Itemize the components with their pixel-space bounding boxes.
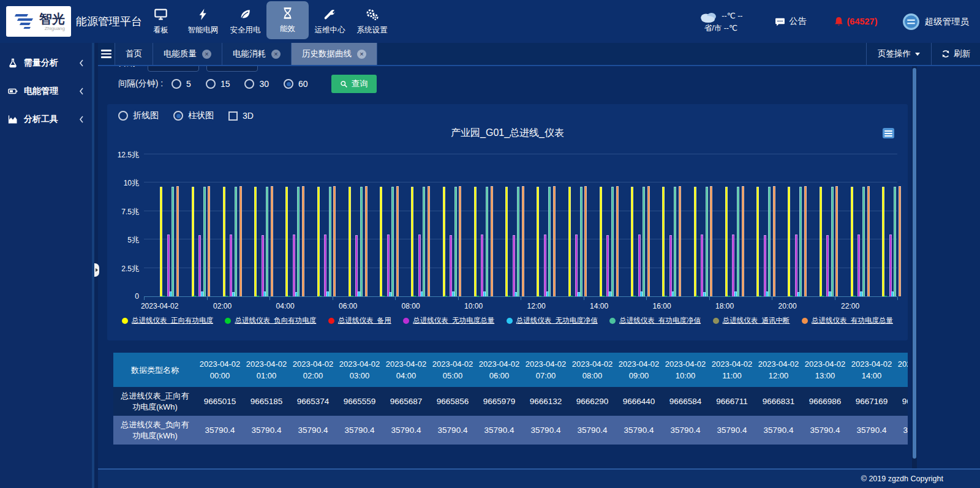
legend-item[interactable]: 总进线仪表_无功电度净值: [507, 316, 598, 325]
tab-label: 历史数据曲线: [302, 48, 352, 59]
close-icon[interactable]: ×: [357, 50, 366, 59]
axis-tick: [897, 297, 898, 300]
bar: [477, 296, 479, 296]
axis-tick: [709, 297, 710, 300]
nav-item-hourglass[interactable]: 能效: [266, 1, 309, 39]
radio-icon[interactable]: [284, 79, 293, 89]
user-menu[interactable]: 超级管理员: [902, 13, 970, 31]
table-cell: 9665979: [476, 387, 522, 416]
tab-3[interactable]: 历史数据曲线×: [292, 43, 377, 65]
alarm-button[interactable]: (64527): [834, 16, 878, 27]
axis-tick: [333, 297, 333, 300]
chart-mode-label: 折线图: [133, 110, 159, 121]
bar: [790, 296, 793, 296]
x-tick-label: 16:00: [653, 302, 671, 310]
radio-icon[interactable]: [172, 79, 181, 89]
bar: [351, 296, 353, 296]
nav-item-wrench[interactable]: 运维中心: [309, 0, 351, 43]
app-title: 能源管理平台: [76, 0, 142, 43]
tab-label: 首页: [126, 48, 142, 59]
gears-icon: [365, 8, 380, 21]
bar: [820, 187, 822, 296]
bar: [396, 186, 399, 296]
radio-icon[interactable]: [118, 111, 128, 121]
nav-item-gears[interactable]: 系统设置: [351, 0, 393, 43]
table-cell: 9665185: [243, 387, 290, 416]
axis-tick: [772, 297, 772, 300]
bar: [254, 187, 257, 296]
legend-item[interactable]: 总进线仪表_正向有功电度: [122, 316, 213, 325]
x-tick-label: 08:00: [402, 302, 420, 310]
table-cell: 9665856: [429, 387, 476, 416]
legend-item[interactable]: 总进线仪表_有功电度总量: [802, 316, 893, 325]
interval-label: 间隔(分钟) :: [118, 78, 163, 89]
radio-icon[interactable]: [244, 79, 254, 89]
copyright-text: © 2019 zgzdh Copyright: [861, 475, 943, 483]
interval-radio-15[interactable]: 15: [206, 79, 230, 89]
table-cell: 35790.4: [662, 416, 709, 445]
tab-2[interactable]: 电能消耗×: [222, 43, 292, 65]
bar: [297, 187, 300, 296]
start-date-input[interactable]: [148, 66, 199, 72]
chart-mode-折线图[interactable]: 折线图: [118, 110, 159, 121]
scrollbar-thumb[interactable]: [913, 68, 916, 459]
tab-0[interactable]: 首页: [115, 43, 153, 65]
nav-item-monitor[interactable]: 看板: [140, 0, 182, 43]
content-scrollbar[interactable]: [912, 66, 917, 468]
interval-radio-30[interactable]: 30: [244, 79, 269, 89]
bar: [208, 186, 210, 296]
tab-operations-dropdown[interactable]: 页签操作: [866, 43, 932, 65]
chart-mode-label: 3D: [243, 111, 254, 121]
legend-item[interactable]: 总进线仪表_无功电度总量: [403, 316, 494, 325]
caret-down-icon: [915, 53, 920, 56]
nav-item-leaf[interactable]: 安全用电: [224, 0, 266, 43]
sidebar-splitter[interactable]: [92, 43, 98, 488]
y-tick-label: 5兆: [107, 235, 139, 246]
tab-1[interactable]: 电能质量×: [153, 43, 222, 65]
radio-icon[interactable]: [206, 79, 216, 89]
refresh-button[interactable]: 刷新: [932, 43, 980, 65]
data-table: 数据类型名称2023-04-0200:002023-04-0201:002023…: [113, 353, 908, 445]
bar: [638, 235, 641, 296]
x-tick-label: 20:00: [778, 302, 797, 310]
collapse-handle[interactable]: [94, 263, 99, 277]
table-cell: 2023-04-0210:00: [662, 353, 709, 387]
end-date-input[interactable]: [206, 66, 258, 72]
axis-tick: [207, 297, 208, 300]
legend-dot: [328, 318, 334, 324]
x-tick-label: 06:00: [339, 302, 357, 310]
sidebar-item-flask[interactable]: 需量分析: [0, 49, 92, 77]
interval-radio-60[interactable]: 60: [284, 79, 308, 89]
y-tick-label: 12.5兆: [107, 150, 139, 160]
close-icon[interactable]: ×: [271, 50, 281, 59]
chart-mode-3D[interactable]: 3D: [228, 111, 254, 121]
legend-dot: [507, 318, 513, 324]
nav-item-bolt[interactable]: 智能电网: [182, 0, 224, 43]
hamburger-icon[interactable]: [98, 43, 115, 65]
tab-actions: 页签操作 刷新: [866, 43, 980, 65]
radio-icon[interactable]: [173, 111, 183, 121]
legend-item[interactable]: 总进线仪表_负向有功电度: [225, 316, 316, 325]
search-button[interactable]: 查询: [331, 75, 377, 93]
interval-options: 5153060: [172, 79, 323, 89]
bar: [167, 235, 170, 296]
bar: [575, 235, 578, 296]
interval-radio-5[interactable]: 5: [172, 79, 191, 89]
bar: [319, 296, 322, 296]
legend-item[interactable]: 总进线仪表_通讯中断: [713, 316, 790, 325]
close-icon[interactable]: ×: [202, 50, 211, 59]
table-cell: 9666986: [802, 387, 848, 416]
sidebar-item-battery[interactable]: 电能管理: [0, 77, 92, 105]
chart-mode-柱状图[interactable]: 柱状图: [173, 110, 214, 121]
chart-panel: 折线图柱状图3D 产业园_G01_总进线_仪表 总进线仪表_正向有功电度总进线仪…: [107, 104, 908, 340]
bar: [633, 296, 636, 296]
table-cell: 35790.4: [755, 416, 802, 445]
notice-button[interactable]: 公告: [775, 16, 807, 27]
checkbox-icon[interactable]: [228, 111, 238, 121]
chat-icon: [775, 17, 785, 27]
sidebar-item-areachart[interactable]: 分析工具: [0, 105, 92, 133]
chart-menu-icon[interactable]: [883, 128, 894, 138]
legend-item[interactable]: 总进线仪表_有功电度净值: [609, 316, 701, 325]
table-cell: 数据类型名称: [113, 353, 197, 387]
legend-item[interactable]: 总进线仪表_备用: [328, 316, 391, 325]
